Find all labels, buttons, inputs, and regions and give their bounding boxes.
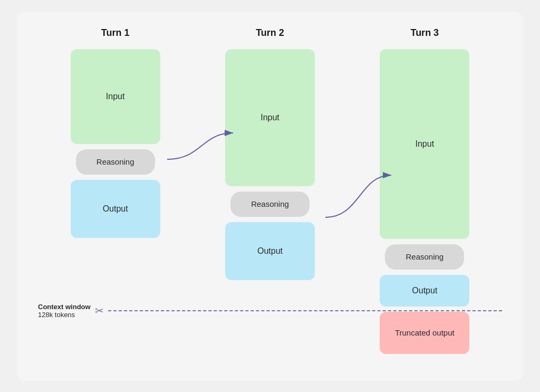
turn3-output-label: Output	[412, 286, 437, 295]
turn2-input-block: Input	[225, 49, 315, 186]
turn3-truncated-label: Truncated output	[395, 328, 455, 337]
turn2-reasoning-label: Reasoning	[251, 199, 289, 208]
turn2-column: Turn 2 Input Reasoning Output	[217, 27, 323, 280]
turn1-column: Turn 1 Input Reasoning Output	[63, 27, 168, 238]
turn2-title: Turn 2	[256, 27, 284, 39]
turn1-input-label: Input	[106, 92, 125, 101]
context-window-title: Context window	[38, 303, 91, 311]
turn1-title: Turn 1	[101, 27, 130, 39]
context-window-subtitle: 128k tokens	[38, 311, 91, 319]
diagram-container: Turn 1 Input Reasoning Output Turn 2 Inp…	[17, 12, 523, 381]
turn1-output-label: Output	[103, 204, 128, 214]
turn2-input-label: Input	[261, 113, 279, 122]
turn1-output-block: Output	[71, 180, 160, 238]
turn1-input-block: Input	[71, 49, 160, 144]
turn2-reasoning-block: Reasoning	[230, 192, 310, 217]
context-label: Context window 128k tokens	[38, 303, 91, 319]
context-window-line: Context window 128k tokens ✂	[17, 303, 523, 319]
turn3-output-block: Output	[380, 275, 469, 307]
turn1-reasoning-block: Reasoning	[76, 149, 155, 175]
turn3-input-label: Input	[416, 139, 435, 149]
turn3-title: Turn 3	[410, 27, 439, 39]
turn3-reasoning-label: Reasoning	[406, 252, 443, 261]
scissors-icon: ✂	[95, 304, 104, 317]
turn2-output-block: Output	[225, 222, 315, 280]
turn3-reasoning-block: Reasoning	[385, 244, 464, 270]
turn1-reasoning-label: Reasoning	[97, 157, 134, 166]
turn3-input-block: Input	[380, 49, 469, 239]
context-dashed-line	[108, 310, 502, 311]
turn2-output-label: Output	[257, 246, 283, 256]
